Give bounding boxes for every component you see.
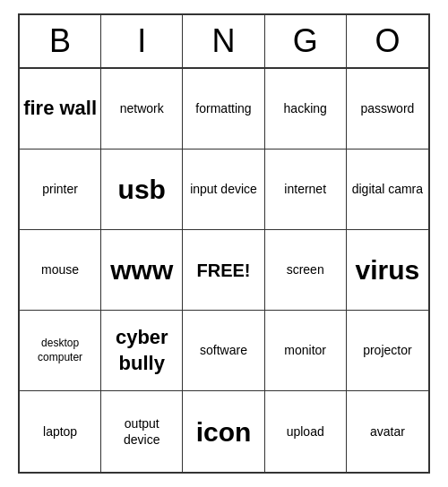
bingo-cell: virus [347,230,428,311]
bingo-cell: projector [347,311,428,391]
header-letter: O [347,15,428,67]
header-letter: G [265,15,347,67]
bingo-cell: avatar [347,391,428,472]
bingo-cell: icon [183,391,264,472]
bingo-header: BINGO [20,15,428,69]
bingo-cell: internet [265,150,347,230]
bingo-cell: monitor [265,311,347,391]
bingo-cell: password [347,69,428,150]
bingo-cell: www [101,230,183,311]
header-letter: N [183,15,264,67]
bingo-cell: fire wall [20,69,101,150]
bingo-cell: hacking [265,69,347,150]
bingo-cell: mouse [20,230,101,311]
bingo-cell: usb [101,150,183,230]
bingo-cell: formatting [183,69,264,150]
bingo-cell: output device [101,391,183,472]
bingo-cell: laptop [20,391,101,472]
header-letter: B [20,15,101,67]
bingo-cell: network [101,69,183,150]
bingo-cell: desktop computer [20,311,101,391]
bingo-cell: digital camra [347,150,428,230]
bingo-cell: input device [183,150,264,230]
bingo-cell: software [183,311,264,391]
bingo-cell: screen [265,230,347,311]
bingo-cell: upload [265,391,347,472]
bingo-card: BINGO fire wallnetworkformattinghackingp… [18,13,430,474]
bingo-grid: fire wallnetworkformattinghackingpasswor… [20,69,428,472]
bingo-cell: printer [20,150,101,230]
bingo-cell: FREE! [183,230,264,311]
header-letter: I [101,15,183,67]
bingo-cell: cyber bully [101,311,183,391]
